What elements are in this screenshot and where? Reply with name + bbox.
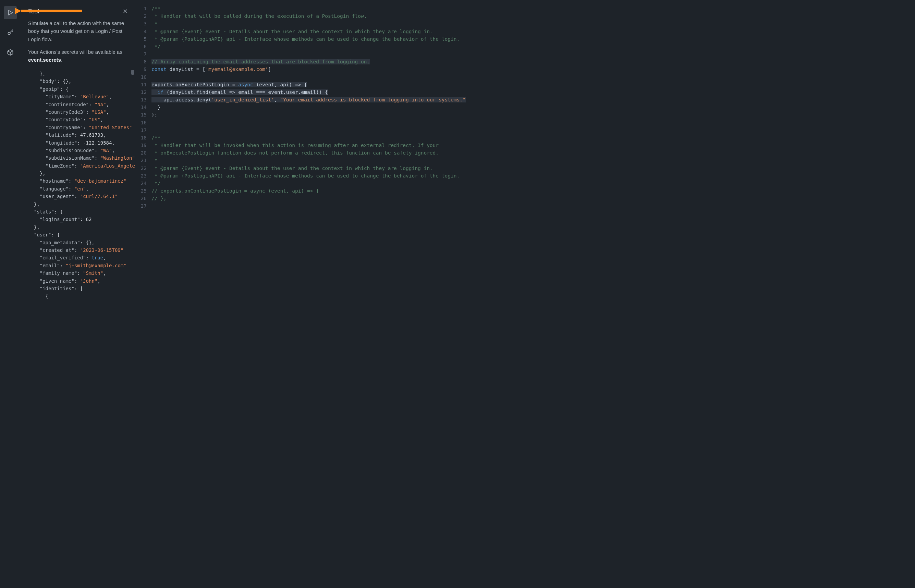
test-panel-desc-1: Simulate a call to the action with the s… xyxy=(28,19,128,43)
line-gutter: 1234567891011121314151617181920212223242… xyxy=(135,5,152,300)
close-icon[interactable]: ✕ xyxy=(123,8,128,15)
test-panel-desc-2: Your Actions's secrets will be available… xyxy=(28,48,128,64)
package-icon xyxy=(7,49,14,56)
svg-marker-0 xyxy=(8,10,13,15)
test-run-button[interactable] xyxy=(4,6,17,19)
svg-point-1 xyxy=(8,32,10,35)
event-json-editor[interactable]: }, "body": {}, "geoip": { "cityName": "B… xyxy=(28,70,135,300)
code-content[interactable]: /** * Handler that will be called during… xyxy=(152,5,466,300)
test-panel: Test ✕ Simulate a call to the action wit… xyxy=(21,0,135,300)
sidebar-icon-rail xyxy=(0,0,21,300)
key-icon xyxy=(7,29,14,36)
scrollbar-thumb[interactable] xyxy=(131,70,134,75)
modules-button[interactable] xyxy=(4,46,17,59)
play-icon xyxy=(7,9,14,16)
test-panel-title: Test xyxy=(28,8,39,15)
secrets-button[interactable] xyxy=(4,26,17,39)
code-editor[interactable]: 1234567891011121314151617181920212223242… xyxy=(135,0,466,300)
